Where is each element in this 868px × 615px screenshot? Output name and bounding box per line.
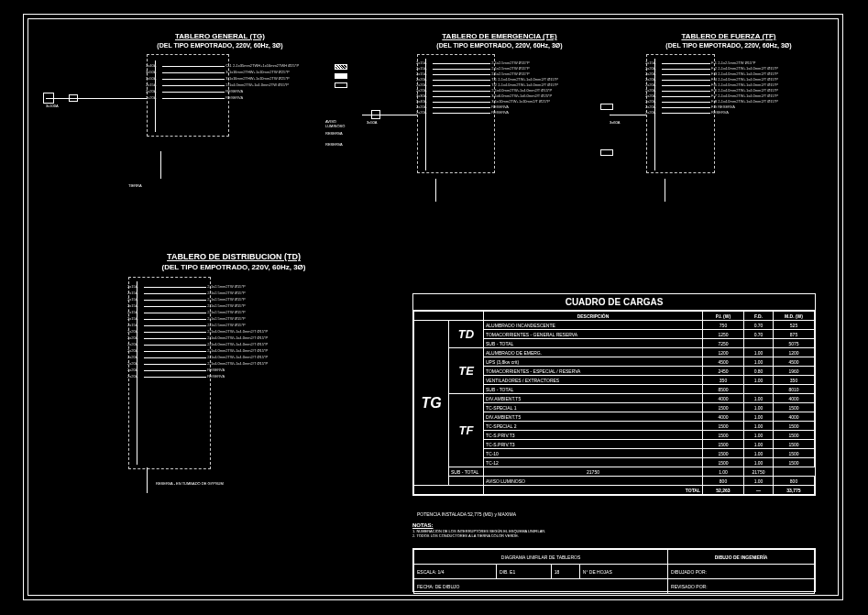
circuit-breaker-rating: 2x15A (127, 291, 137, 295)
circuit-breaker-rating: 2x20A (645, 93, 655, 98)
circuit-breaker-rating: 2x20A (416, 77, 426, 82)
circuit-breaker-rating: 2x20A (645, 88, 655, 93)
table-row: AVISO LUMINOSO8001.00800 (414, 477, 815, 486)
circuit-breaker-rating: 2x15A (127, 316, 137, 321)
circuit-line: 2x15A2-1x4.0mm2TW+1x4.0mm2TW Ø15*P (162, 85, 225, 86)
circuit-description: 2-1x2.5mm2TW Ø15*P (207, 316, 245, 321)
cell-pi: 2450 (703, 367, 744, 376)
cell-pi: 21750 (484, 467, 703, 477)
circuit-breaker-rating: 2x20A (127, 342, 137, 346)
circuit-breaker-rating: 2x20A (127, 355, 137, 359)
note-line-2: 2. TODOS LOS CONDUCTORES A LA TIERRA COL… (412, 533, 545, 538)
tb-dib: DIB. E1 (496, 565, 551, 579)
tb-right-title: DIBUJO DE INGENIERÍA (668, 550, 815, 565)
group-label-tf: TF (449, 394, 484, 467)
tb-hojas: N° DE HOJAS (579, 565, 667, 579)
cell-md: 21750 (744, 467, 774, 477)
group-label-te: TE (449, 348, 484, 394)
cell-d: UPS (3,8kw crit) (484, 357, 703, 367)
legend-solid-icon (335, 73, 347, 79)
cell-fd: 1.00 (703, 467, 744, 477)
cell-pi: 4500 (703, 357, 744, 367)
circuit-breaker-rating: 2x20A (146, 95, 156, 100)
cell-d: SUB - TOTAL (484, 339, 703, 348)
circuit-breaker-rating: 2x20A (645, 77, 655, 82)
circuit-description: F-5 2-1x4.0mm2TW+1x4.0mm2/T Ø15*P (711, 82, 778, 87)
tf-feeder-label: 3x60A (610, 120, 620, 125)
circuit-line: 2x20A2-1x4.0mm2TW+1x4.0mm2/T Ø15*P (144, 338, 206, 339)
legend-text-0: AVISO LUMINOSO (325, 119, 345, 128)
circuit-breaker-rating: 2x15A (127, 297, 137, 302)
cell-d: ALUMBRADO DE EMERG. (484, 348, 703, 357)
circuit-breaker-rating: 3x30A (416, 93, 426, 98)
circuit-description: RESERVA (491, 110, 509, 115)
total-label: TOTAL (484, 486, 703, 495)
panel-te: TABLERO DE EMERGENCIA (TE) (DEL TIPO EMP… (385, 32, 614, 173)
cell-d: TC-SPECIAL 1 (484, 403, 703, 412)
circuit-line: 2x15A2-1x2.5mm2TW Ø15*P (144, 287, 206, 288)
circuit-description: RESERVA (207, 374, 225, 379)
table-row: TFDIV.AMBIENT.T540001.004000 (414, 394, 815, 403)
circuit-line: 2x20AF-5 2-1x4.0mm2TW+1x4.0mm2/T Ø15*P (662, 85, 710, 86)
circuit-description: F-2 2-1x4.0mm2TW+1x4.0mm2/T Ø15*P (711, 66, 778, 71)
circuit-breaker-rating: 2x20A (645, 99, 655, 104)
circuit-breaker-rating: 2x15A (645, 60, 655, 65)
cell-pi: 750 (703, 321, 744, 330)
cell-fd: 1.00 (744, 477, 774, 486)
circuit-line: 2x20AT-1 2-1x4.0mm2TW+1x4.0mm2/T Ø15*P (433, 80, 490, 81)
cell-pi: 1500 (703, 440, 744, 449)
circuit-line: 2x20A2-1x4.0mm2TW+1x4.0mm2/T Ø15*P (144, 332, 206, 333)
circuit-breaker-rating: 2x20A (645, 71, 655, 76)
ground-label: TIERRA (128, 183, 142, 188)
circuit-description: 3-1x10mm2TW+1x10mm2/T Ø25*P (491, 99, 550, 104)
cell-fd: 1.00 (744, 348, 774, 357)
circuit-description: 2-1x4.0mm2TW+1x4.0mm2/T Ø15*P (207, 361, 268, 366)
group-label-tg: TG (414, 321, 449, 486)
cell-md: 1200 (774, 348, 815, 357)
load-table-footer: POTENCIA INSTALADA 52,775 (MD) y MAXIMA (417, 511, 516, 517)
tg-sub: (DEL TIPO EMPOTRADO, 220V, 60Hz, 3Ø) (96, 42, 344, 49)
circuit-line: 2x20AF-6 2-1x4.0mm2TW+1x4.0mm2/T Ø15*P (662, 91, 710, 92)
circuit-breaker-rating: 2x20A (127, 361, 137, 366)
circuit-breaker-rating: 2x20A (416, 110, 426, 115)
legend-hatch-icon (335, 64, 347, 70)
circuit-line: 2x15A2-1x2.5mm2TW Ø15*P (433, 69, 490, 70)
circuit-description: RESERVA (207, 368, 225, 372)
circuit-description: 2-1x2.5mm2TW Ø15*P (491, 60, 529, 65)
circuit-description: 2-1x2.5mm2TW Ø15*P (207, 297, 245, 302)
total-pi: 52,263 (703, 486, 744, 495)
circuit-breaker-rating: 2x15A (127, 284, 137, 289)
cell-fd: 1.00 (744, 440, 774, 449)
circuit-line: 2x20ARESERVA (662, 113, 710, 114)
circuit-line: 2x15A2-1x2.5mm2TW Ø15*P (433, 63, 490, 64)
circuit-line: 2x20ARESERVA (162, 98, 225, 99)
legend-text-2: RESERVA (325, 142, 343, 147)
cell-fd: 1.00 (744, 394, 774, 403)
circuit-description: 2-1x2.5mm2TW Ø15*P (207, 303, 245, 308)
tf-title: TABLERO DE FUERZA (TF) (628, 32, 830, 40)
cell-md: 1500 (774, 458, 815, 467)
legend-text-1: RESERVA (325, 131, 343, 136)
circuit-line: 2x20AF-4 2-1x4.0mm2TW+1x4.0mm2/T Ø15*P (662, 80, 710, 81)
cell-md: 1500 (774, 422, 815, 431)
circuit-breaker-rating: 2x20A (127, 374, 137, 379)
load-table: CUADRO DE CARGAS DESCRIPCIÓN P.I. (W) F.… (412, 293, 816, 496)
cell-pi: 1500 (703, 431, 744, 440)
circuit-description: RESERVA (225, 95, 243, 100)
cell-pi: 1500 (703, 458, 744, 467)
cell-md: 800 (774, 477, 815, 486)
cell-fd: 0.70 (744, 330, 774, 339)
cell-d: TC-S.PRIV.T3 (484, 440, 703, 449)
th-desc: DESCRIPCIÓN (484, 312, 703, 321)
circuit-description: RESERVA (491, 104, 509, 109)
circuit-breaker-rating: 2x15A (127, 303, 137, 308)
td-note: RESERVA - EN TUMBADO DE GYPSUM (156, 481, 224, 486)
cell-md: 4000 (774, 412, 815, 422)
cell-pi: 8500 (703, 385, 744, 394)
circuit-breaker-rating: 3x50A (146, 70, 156, 74)
tb-num: 18 (551, 565, 579, 579)
circuit-breaker-rating: 2x20A (416, 88, 426, 93)
cell-d: SUB - TOTAL (449, 467, 484, 477)
cell-d: SUB - TOTAL (484, 385, 703, 394)
circuit-breaker-rating: 3x40A (146, 63, 156, 68)
